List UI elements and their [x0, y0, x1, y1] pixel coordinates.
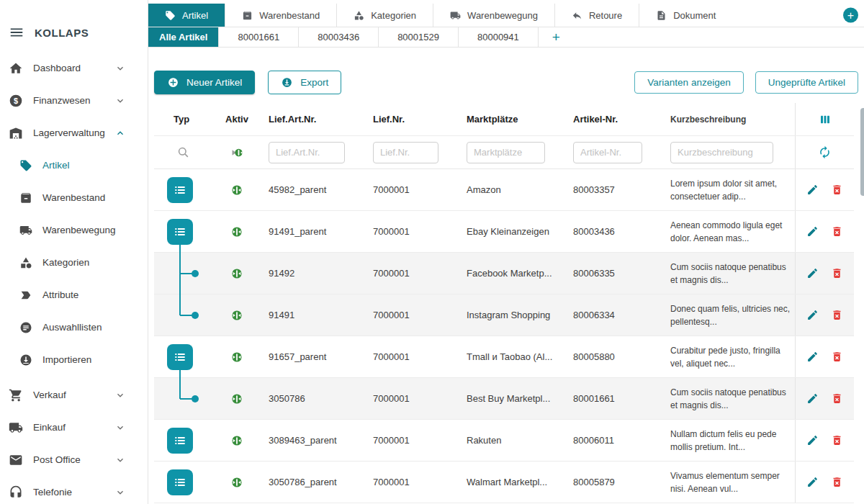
active-status-icon [231, 393, 243, 405]
unreviewed-articles-button[interactable]: Ungeprüfte Artikel [755, 71, 858, 94]
delete-trash-icon [831, 184, 843, 196]
category-icon [19, 256, 32, 269]
sidebar-item-auswahllisten[interactable]: Auswahllisten [0, 311, 148, 343]
subtab-alle-artikel[interactable]: Alle Artikel [148, 27, 218, 47]
subtab-article[interactable]: 80001661 [218, 27, 298, 47]
delete-button[interactable] [831, 392, 843, 405]
filter-lief-art-nr-input[interactable] [269, 142, 345, 163]
columns-settings-button[interactable] [795, 103, 854, 135]
archive-box-icon [19, 192, 32, 204]
sidebar-item-finanzwesen[interactable]: $ Finanzwesen [0, 84, 148, 117]
sidebar-item-einkauf[interactable]: Einkauf [0, 411, 148, 444]
edit-button[interactable] [806, 351, 819, 363]
sidebar-item-post-office[interactable]: Post Office [0, 444, 148, 476]
delete-button[interactable] [831, 434, 843, 446]
filter-marktplaetze-input[interactable] [467, 142, 545, 163]
cell-artikel-nr: 80003357 [567, 184, 664, 195]
cell-artikel-nr: 80001661 [567, 393, 664, 404]
article-type-icon[interactable] [167, 344, 193, 370]
article-subtab-bar: Alle Artikel 80001661 80003436 80001529 … [148, 27, 864, 48]
sidebar-item-warenbewegung[interactable]: Warenbewegung [0, 214, 148, 246]
tree-node-dot [192, 270, 199, 277]
table-row: 91491_parent7000001Ebay Kleinanzeigen800… [154, 211, 854, 253]
show-variants-button[interactable]: Varianten anzeigen [634, 71, 743, 94]
header-artikel-nr: Artikel-Nr. [567, 114, 664, 125]
archive-box-icon [242, 10, 253, 21]
article-type-icon[interactable] [167, 469, 193, 495]
refresh-button[interactable] [795, 136, 854, 168]
cell-aktiv [212, 477, 262, 488]
search-icon [154, 136, 212, 168]
edit-button[interactable] [806, 225, 819, 238]
delivery-truck-icon [9, 420, 23, 435]
cell-lief-art-nr: 91491_parent [262, 226, 366, 237]
article-type-icon[interactable] [167, 219, 193, 245]
filter-lief-nr-input[interactable] [373, 142, 438, 163]
tree-node-dot [192, 312, 199, 319]
delete-button[interactable] [831, 309, 843, 321]
cell-lief-art-nr: 91492 [262, 268, 366, 279]
tab-dokument[interactable]: Dokument [639, 4, 732, 27]
delete-button[interactable] [831, 267, 843, 279]
cell-actions [795, 462, 854, 503]
tree-node-dot [192, 395, 199, 402]
active-status-icon [231, 351, 243, 363]
tree-connector-line [179, 377, 181, 399]
edit-button[interactable] [806, 309, 819, 321]
app-root: KOLLAPS Dashboard $ Finanzwesen Lagerver… [0, 0, 864, 504]
tab-artikel[interactable]: Artikel [148, 4, 225, 27]
export-button[interactable]: Export [268, 71, 341, 94]
filter-kurzbeschreibung-input[interactable] [670, 142, 773, 163]
sidebar-item-warenbestand[interactable]: Warenbestand [0, 181, 148, 214]
table-row: 914917000001Instagram Shopping80006334Do… [154, 294, 854, 336]
subtab-article[interactable]: 80000941 [458, 27, 538, 47]
tab-kategorien[interactable]: Kategorien [336, 4, 433, 27]
sidebar-item-attribute[interactable]: Attribute [0, 279, 148, 311]
cell-actions [795, 253, 854, 294]
sidebar-item-artikel[interactable]: Artikel [0, 149, 148, 181]
sidebar-item-telefonie[interactable]: Telefonie [0, 476, 148, 504]
delete-button[interactable] [831, 225, 843, 238]
delete-button[interactable] [831, 351, 843, 363]
vertical-scrollbar-thumb[interactable] [860, 108, 864, 196]
content: Neuer Artikel Export Varianten anzeigen … [148, 48, 864, 503]
active-filter-icon [231, 147, 243, 158]
tab-retoure[interactable]: Retoure [554, 4, 639, 27]
edit-button[interactable] [806, 476, 819, 488]
columns-icon [819, 113, 832, 126]
plus-circle-icon [167, 76, 179, 89]
tab-warenbestand[interactable]: Warenbestand [225, 4, 336, 27]
sidebar-item-verkauf[interactable]: Verkauf [0, 379, 148, 411]
edit-button[interactable] [806, 434, 819, 446]
sidebar-item-lagerverwaltung[interactable]: Lagerverwaltung [0, 117, 148, 149]
cell-lief-art-nr: 45982_parent [262, 184, 366, 195]
sidebar-item-kategorien[interactable]: Kategorien [0, 246, 148, 279]
new-article-button[interactable]: Neuer Artikel [154, 71, 255, 94]
delete-button[interactable] [831, 184, 843, 196]
article-type-icon[interactable] [167, 177, 193, 203]
cell-marktplatz: Amazon [460, 184, 567, 195]
article-type-icon[interactable] [167, 428, 193, 454]
edit-pencil-icon [806, 309, 819, 321]
active-filter-toggle[interactable] [212, 147, 262, 158]
edit-button[interactable] [806, 392, 819, 405]
edit-pencil-icon [806, 476, 819, 488]
active-status-icon [231, 310, 243, 321]
sidebar-item-importieren[interactable]: Importieren [0, 343, 148, 376]
subtab-article[interactable]: 80001529 [378, 27, 458, 47]
cell-marktplatz: Ebay Kleinanzeigen [460, 226, 567, 237]
add-subtab-button[interactable]: + [538, 27, 574, 47]
hamburger-menu-icon[interactable] [9, 24, 24, 40]
add-tab-button[interactable]: + [843, 8, 858, 23]
cell-kurzbeschreibung: Cum sociis natoque penatibus et magnis d… [664, 261, 795, 287]
edit-button[interactable] [806, 184, 819, 196]
cell-lief-nr: 7000001 [366, 310, 460, 320]
filter-artikel-nr-input[interactable] [573, 142, 642, 163]
import-download-icon [19, 354, 32, 366]
tab-warenbewegung[interactable]: Warenbewegung [433, 4, 554, 27]
delete-button[interactable] [831, 476, 843, 488]
cell-kurzbeschreibung: Donec quam felis, ultricies nec, pellent… [664, 302, 795, 328]
sidebar-item-dashboard[interactable]: Dashboard [0, 52, 148, 84]
subtab-article[interactable]: 80003436 [298, 27, 378, 47]
edit-button[interactable] [806, 267, 819, 279]
